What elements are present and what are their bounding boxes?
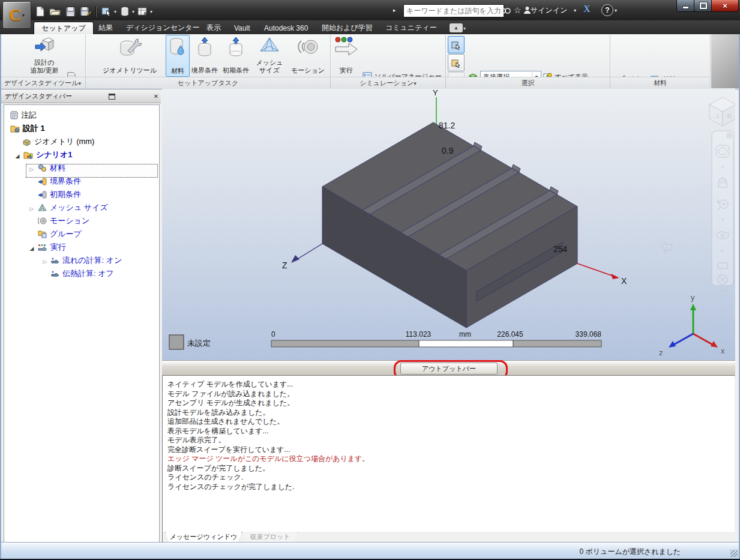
tab-convergence-plot[interactable]: 収束プロット — [242, 532, 298, 543]
tree-item-material[interactable]: 材料 — [4, 161, 183, 175]
geometry-tools-button[interactable]: ジオメトリツール — [96, 35, 163, 76]
help-button[interactable]: ? — [601, 4, 613, 16]
expander-open-icon[interactable] — [28, 243, 35, 252]
button-label: モーション — [291, 67, 325, 74]
message-window[interactable]: ネイティブ モデルを作成しています... モデル ファイルが読み込まれました。 … — [162, 375, 735, 532]
group-label-selection[interactable]: 選択 — [446, 77, 610, 89]
binoculars-icon — [500, 6, 511, 14]
tab-view[interactable]: 表示 — [199, 22, 228, 34]
tree-item-design1[interactable]: 設計 1 — [4, 122, 165, 135]
search-collapse-icon[interactable]: ▸ — [393, 4, 396, 17]
y-dimension-label: 81.2 — [439, 121, 455, 130]
new-file-button[interactable] — [34, 5, 47, 18]
qat-overflow-icon[interactable]: ▾ — [150, 9, 152, 14]
chevron-down-icon[interactable]: ▾ — [463, 26, 466, 31]
button-label: ジオメトリツール — [103, 67, 157, 74]
dock-icon — [109, 94, 115, 100]
tab-vault[interactable]: Vault — [227, 22, 257, 34]
material-button[interactable]: 材料 — [166, 35, 190, 77]
tree-item-scenario1[interactable]: シナリオ1 — [4, 148, 169, 161]
material-spheres-icon — [38, 164, 47, 172]
tree-item-geometry[interactable]: ジオメトリ (mm) — [4, 135, 177, 148]
initial-conditions-button[interactable]: 初期条件 — [221, 35, 251, 76]
group-label-material[interactable]: 材料 — [610, 77, 710, 89]
scale-unit: mm — [459, 330, 471, 339]
mesh-size-icon — [259, 37, 280, 56]
minimize-button[interactable] — [676, 0, 695, 12]
close-panel-icon[interactable]: ✕ — [151, 92, 161, 101]
mesh-size-button[interactable]: メッシュサイズ — [252, 35, 287, 76]
app-logo: C — [9, 6, 21, 25]
tree-item-annotation[interactable]: 注記 — [4, 109, 165, 122]
expander-open-icon[interactable] — [14, 151, 21, 160]
output-bar-splitter[interactable]: アウトプットバー — [162, 360, 735, 376]
chevron-down-icon[interactable]: ▾ — [114, 9, 116, 14]
save-as-button[interactable] — [79, 5, 92, 18]
quick-access-toolbar: ▾ ▾ ▾ — [34, 4, 152, 19]
search-icon[interactable] — [500, 4, 511, 17]
motion-button[interactable]: モーション — [288, 35, 328, 76]
volume-select-icon — [451, 40, 462, 50]
ribbon: 設計の追加/更新 デザインスタディツール ジオメトリツール 材料 — [0, 34, 740, 89]
button-label: 実行 — [340, 67, 353, 74]
tree-item-run[interactable]: 実行 — [4, 241, 183, 254]
exchange-apps-button[interactable]: X — [583, 4, 591, 14]
surface-select-icon — [451, 58, 462, 68]
z-axis-label: Z — [282, 260, 287, 270]
select-mode-button[interactable] — [100, 5, 113, 18]
float-panel-icon[interactable] — [107, 92, 116, 101]
resize-grip[interactable] — [730, 550, 738, 557]
open-file-button[interactable] — [49, 5, 62, 18]
close-button[interactable]: × — [711, 0, 739, 12]
group-label-setup-tasks[interactable]: セットアップタスク — [86, 77, 330, 89]
chevron-down-icon[interactable]: ▾ — [132, 9, 134, 14]
add-update-design-button[interactable]: 設計の追加/更新 — [22, 35, 67, 76]
design-study-bar-header: デザインスタディバー ✕ — [1, 90, 161, 103]
group-label-simulation[interactable]: シミュレーション — [331, 77, 445, 89]
viewcube-right-label: 右 — [726, 113, 732, 119]
cloud-options-icon[interactable]: ▲ — [450, 23, 463, 32]
tab-community[interactable]: コミュニティー — [378, 22, 444, 34]
log-line: ネイティブ モデルを作成しています... — [163, 380, 735, 390]
group-label-design-tools[interactable]: デザインスタディツール — [0, 77, 85, 89]
tab-get-started[interactable]: 開始および学習 — [314, 22, 380, 34]
favorites-star-icon[interactable]: ☆ — [514, 4, 522, 17]
table-tool-button[interactable] — [136, 5, 149, 18]
tab-setup[interactable]: セットアップ — [34, 22, 94, 35]
design-study-tree: 注記 設計 1 ジオメトリ (mm) シナリオ1 材料 境界条件 初期条件 — [4, 104, 160, 543]
tree-item-mesh-size[interactable]: メッシュ サイズ — [4, 201, 183, 214]
help-dropdown-icon[interactable]: ▾ — [615, 4, 617, 17]
viewport-3d[interactable]: 上 右 — [162, 89, 735, 360]
tab-results[interactable]: 結果 — [91, 22, 120, 34]
log-line: モデル表示完了。 — [163, 436, 735, 445]
minimize-icon — [682, 6, 689, 9]
tab-autodesk360[interactable]: Autodesk 360 — [257, 22, 315, 34]
tab-message-window[interactable]: メッセージウィンドウ — [165, 532, 242, 543]
signin-dropdown-icon[interactable]: ▾ — [574, 4, 576, 17]
initial-conditions-icon — [228, 37, 244, 57]
expander-closed-icon[interactable] — [28, 203, 35, 212]
scale-tick-1: 113.023 — [406, 330, 432, 339]
run-icon — [334, 37, 358, 57]
motion-icon — [296, 37, 319, 56]
close-icon: × — [723, 1, 727, 10]
display-style-button[interactable] — [118, 5, 131, 18]
signin-button[interactable]: サインイン — [531, 5, 567, 16]
boundary-conditions-button[interactable]: 境界条件 — [190, 35, 220, 76]
expander-closed-icon[interactable] — [28, 164, 35, 173]
run-arrows-icon — [38, 244, 47, 251]
log-line: 完全診断スイープを実行しています... — [163, 445, 735, 455]
x-axis-label: X — [621, 276, 627, 286]
run-button[interactable]: 実行 — [332, 35, 360, 76]
triad-y-label: y — [691, 293, 695, 302]
output-bar-button[interactable]: アウトプットバー — [400, 363, 498, 375]
restore-button[interactable] — [694, 0, 712, 12]
save-button[interactable] — [64, 5, 77, 18]
application-menu-button[interactable]: C▾ — [2, 1, 31, 29]
select-surface-button[interactable] — [448, 54, 465, 71]
tab-decision-center[interactable]: ディシジョンセンター — [119, 22, 207, 34]
expander-closed-icon[interactable] — [41, 256, 49, 265]
search-input[interactable] — [403, 4, 504, 17]
select-volume-button[interactable] — [448, 36, 465, 53]
scale-tick-3: 339.068 — [576, 330, 602, 339]
